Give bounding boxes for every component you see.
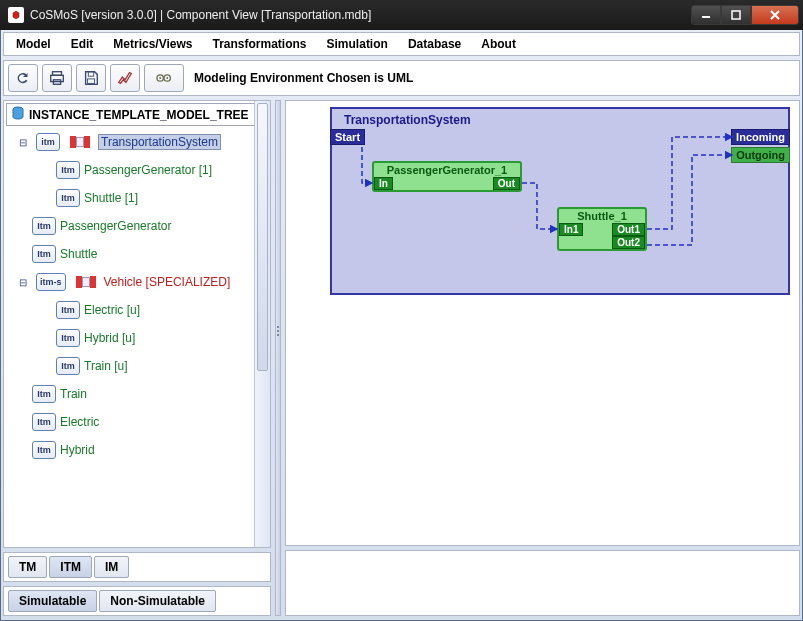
port-out2[interactable]: Out2 [612,236,645,249]
node-badge-icon: Itm [32,385,56,403]
tree-node-label[interactable]: Vehicle [SPECIALIZED] [104,275,231,289]
svg-rect-3 [51,75,64,81]
component-icon [70,136,90,148]
tree-node-label[interactable]: TransportationSystem [98,134,221,150]
splitter-vertical[interactable] [275,100,281,616]
tab-tm[interactable]: TM [8,556,47,578]
port-in[interactable]: In [374,177,393,190]
tree-node[interactable]: ItmPassengerGenerator [10,212,268,240]
refresh-button[interactable] [8,64,38,92]
tree-node[interactable]: ItmTrain [10,380,268,408]
menu-simulation[interactable]: Simulation [319,35,396,53]
tree-node[interactable]: ⊟itm-sVehicle [SPECIALIZED] [10,268,268,296]
expand-toggle-icon[interactable]: ⊟ [18,277,28,288]
node-badge-icon: Itm [56,329,80,347]
model-tabstrip: TM ITM IM [3,552,271,582]
tree-node-label[interactable]: PassengerGenerator [60,219,171,233]
diagram-canvas[interactable]: TransportationSystem Start Incoming Outg… [285,100,800,546]
component-label: PassengerGenerator_1 [374,163,520,177]
tree-node[interactable]: ItmHybrid [10,436,268,464]
port-incoming[interactable]: Incoming [731,129,790,145]
tree-node-label[interactable]: Train [60,387,87,401]
tab-simulatable[interactable]: Simulatable [8,590,97,612]
tree-node-label[interactable]: PassengerGenerator [1] [84,163,212,177]
tab-non-simulatable[interactable]: Non-Simulatable [99,590,216,612]
menu-model[interactable]: Model [8,35,59,53]
app-icon [8,7,24,23]
diagram-wires [332,109,788,293]
port-in1[interactable]: In1 [559,223,583,236]
menu-transformations[interactable]: Transformations [205,35,315,53]
node-badge-icon: Itm [32,413,56,431]
maximize-button[interactable] [721,5,751,25]
toolbar: Modeling Environment Chosen is UML [3,60,800,96]
properties-panel [285,550,800,616]
node-badge-icon: itm-s [36,273,66,291]
tree-node[interactable]: ItmPassengerGenerator [1] [10,156,268,184]
tree-node[interactable]: ItmShuttle [1] [10,184,268,212]
tree-node-label[interactable]: Shuttle [60,247,97,261]
tree-node-label[interactable]: Electric [u] [84,303,140,317]
tree-node-label[interactable]: Train [u] [84,359,128,373]
node-badge-icon: Itm [56,189,80,207]
port-start[interactable]: Start [330,129,365,145]
component-passengergenerator[interactable]: PassengerGenerator_1 In Out [372,161,522,192]
node-badge-icon: Itm [56,301,80,319]
svg-rect-6 [87,79,94,84]
toolbar-status: Modeling Environment Chosen is UML [194,71,413,85]
tab-im[interactable]: IM [94,556,129,578]
svg-rect-0 [702,16,710,18]
node-badge-icon: Itm [56,161,80,179]
node-badge-icon: Itm [32,245,56,263]
save-button[interactable] [76,64,106,92]
chart-button[interactable] [110,64,140,92]
diagram-title: TransportationSystem [344,113,471,127]
menubar: Model Edit Metrics/Views Transformations… [3,32,800,56]
component-shuttle[interactable]: Shuttle_1 In1 Out1 Out2 [557,207,647,251]
database-icon [11,106,25,123]
svg-point-8 [159,77,161,79]
menu-database[interactable]: Database [400,35,469,53]
tree-node-label[interactable]: Hybrid [u] [84,331,135,345]
node-badge-icon: Itm [56,357,80,375]
minimize-button[interactable] [691,5,721,25]
scrollbar-vertical[interactable] [254,101,270,547]
menu-metrics-views[interactable]: Metrics/Views [105,35,200,53]
expand-toggle-icon[interactable]: ⊟ [18,137,28,148]
component-label: Shuttle_1 [559,209,645,223]
component-icon [76,276,96,288]
tree-panel: INSTANCE_TEMPLATE_MODEL_TREE ⊟itmTranspo… [3,100,271,548]
tree-node-label[interactable]: Hybrid [60,443,95,457]
port-out[interactable]: Out [493,177,520,190]
tree-header-label: INSTANCE_TEMPLATE_MODEL_TREE [29,108,249,122]
close-button[interactable] [751,5,799,25]
node-badge-icon: Itm [32,217,56,235]
tree-node[interactable]: ItmTrain [u] [10,352,268,380]
node-badge-icon: Itm [32,441,56,459]
tree-node[interactable]: ItmElectric [u] [10,296,268,324]
menu-edit[interactable]: Edit [63,35,102,53]
titlebar: CoSMoS [version 3.0.0] | Component View … [0,0,803,30]
tree-node[interactable]: ItmShuttle [10,240,268,268]
sim-tabstrip: Simulatable Non-Simulatable [3,586,271,616]
print-button[interactable] [42,64,72,92]
svg-point-10 [166,77,168,79]
tree-node[interactable]: ⊟itmTransportationSystem [10,128,268,156]
node-badge-icon: itm [36,133,60,151]
tree-node-label[interactable]: Electric [60,415,99,429]
tree-node[interactable]: ItmElectric [10,408,268,436]
tree-header: INSTANCE_TEMPLATE_MODEL_TREE [6,103,268,126]
tree-node[interactable]: ItmHybrid [u] [10,324,268,352]
menu-about[interactable]: About [473,35,524,53]
tab-itm[interactable]: ITM [49,556,92,578]
window-title: CoSMoS [version 3.0.0] | Component View … [30,8,371,22]
gears-button[interactable] [144,64,184,92]
port-outgoing[interactable]: Outgoing [731,147,790,163]
svg-rect-1 [732,11,740,19]
tree-node-label[interactable]: Shuttle [1] [84,191,138,205]
port-out1[interactable]: Out1 [612,223,645,236]
